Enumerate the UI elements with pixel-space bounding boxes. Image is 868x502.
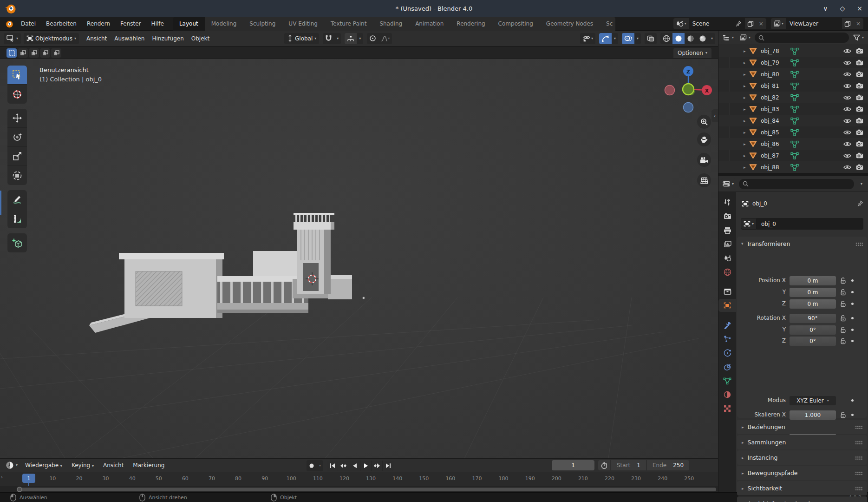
lock-open-icon[interactable] (839, 337, 847, 344)
outliner-filter-type-dropdown[interactable]: ▾ (738, 32, 752, 43)
scrollbar-handle[interactable] (17, 487, 22, 492)
menu-fenster[interactable]: Fenster (116, 19, 145, 29)
breadcrumb-object-name[interactable]: obj_0 (752, 200, 767, 207)
lock-open-icon[interactable] (839, 288, 847, 296)
expand-arrow-icon[interactable]: ▸ (744, 84, 749, 88)
snap-settings-dropdown[interactable]: ▾ (334, 33, 341, 44)
panel-grip-icon[interactable] (855, 456, 862, 460)
timeline-menu-markierung[interactable]: Markierung (129, 460, 168, 470)
animate-dot[interactable] (851, 317, 854, 319)
pin-icon[interactable] (857, 200, 863, 207)
next-keyframe-button[interactable] (372, 461, 383, 471)
animate-dot[interactable] (851, 329, 854, 331)
panel-grip-icon[interactable] (855, 486, 862, 490)
close-button[interactable]: × (857, 5, 862, 12)
viewport-3d[interactable]: Benutzeransicht (1) Collection | obj_0 Z… (0, 59, 718, 458)
overlays-toggle[interactable] (622, 33, 634, 44)
properties-search-input[interactable] (739, 179, 854, 189)
scene-unlink-button[interactable]: × (756, 20, 766, 27)
properties-tab-object[interactable] (718, 299, 736, 312)
snap-magnet-toggle[interactable] (323, 33, 334, 44)
disable-render-icon[interactable] (856, 141, 863, 147)
rotation-mode-dropdown[interactable]: XYZ Euler▾ (790, 396, 836, 405)
animate-dot[interactable] (851, 340, 854, 342)
tool-transform[interactable] (7, 166, 27, 185)
transform-value-field[interactable]: 0° (790, 325, 836, 335)
jump-to-end-button[interactable] (383, 461, 394, 471)
transform-panel-header[interactable]: ▾ Transformieren (737, 237, 867, 251)
transform-value-field[interactable]: 0 m (790, 276, 836, 285)
properties-tab-particles[interactable] (718, 332, 736, 345)
expand-arrow-icon[interactable]: ▸ (744, 60, 749, 65)
outliner-row-obj-78[interactable]: ▸ obj_78 (718, 45, 868, 57)
hide-eye-icon[interactable] (843, 83, 851, 89)
panel-grip-icon[interactable] (855, 471, 862, 475)
tool-scale[interactable] (7, 147, 27, 166)
hide-eye-icon[interactable] (843, 141, 851, 147)
frame-end-field[interactable]: Ende250 (647, 460, 689, 470)
navigation-gizmo[interactable]: Z X (656, 59, 716, 119)
timeline-menu-keying[interactable]: Keying ▾ (68, 460, 98, 470)
shading-wireframe-button[interactable] (660, 33, 672, 44)
tool-add-cube[interactable] (7, 233, 27, 252)
disable-render-icon[interactable] (856, 71, 863, 77)
object-name[interactable]: obj_85 (761, 129, 790, 136)
lock-open-icon[interactable] (839, 411, 847, 418)
properties-editor-type-dropdown[interactable]: ▾ (721, 178, 735, 190)
transform-value-field[interactable]: 1.000 (790, 410, 836, 420)
gizmos-toggle[interactable] (599, 33, 612, 44)
panel-instancing[interactable]: ▸ Instancing (737, 450, 867, 465)
panel-bewegungspfade[interactable]: ▸ Bewegungspfade (737, 466, 867, 480)
select-mode-set[interactable] (7, 48, 17, 58)
hide-eye-icon[interactable] (843, 72, 851, 77)
disable-render-icon[interactable] (856, 118, 863, 124)
auto-keying-toggle[interactable] (307, 460, 317, 471)
disable-render-icon[interactable] (856, 152, 863, 159)
workspace-tab-compositing[interactable]: Compositing (492, 17, 540, 31)
perspective-toggle-button[interactable] (697, 173, 711, 187)
outliner-display-mode-dropdown[interactable]: ▾ (721, 32, 735, 43)
object-name[interactable]: obj_86 (761, 141, 790, 147)
outliner-row-obj-82[interactable]: ▸ obj_82 (718, 92, 868, 103)
tool-select-box[interactable] (7, 66, 27, 85)
building-model[interactable] (89, 213, 352, 333)
tool-move[interactable] (7, 109, 27, 128)
disable-render-icon[interactable] (856, 94, 863, 100)
shading-material-button[interactable] (685, 33, 697, 44)
mode-selector[interactable]: Objektmodus▾ (24, 33, 79, 44)
outliner-row-obj-85[interactable]: ▸ obj_85 (718, 126, 868, 138)
properties-tab-modifiers[interactable] (718, 318, 736, 331)
workspace-tab-shading[interactable]: Shading (373, 17, 409, 31)
properties-tab-collection[interactable] (718, 285, 736, 298)
frame-start-field[interactable]: Start1 (611, 460, 646, 470)
animate-dot[interactable] (851, 303, 854, 305)
animate-dot[interactable] (851, 279, 854, 282)
object-name[interactable]: obj_83 (761, 106, 790, 112)
menu-rendern[interactable]: Rendern (83, 19, 114, 29)
hide-eye-icon[interactable] (843, 165, 851, 170)
gizmo-x-neg-axis[interactable] (665, 86, 675, 95)
hide-eye-icon[interactable] (843, 48, 851, 54)
previous-keyframe-button[interactable] (338, 461, 349, 471)
tool-measure[interactable] (7, 209, 27, 228)
viewport-menu-hinzuf-gen[interactable]: Hinzufügen (148, 33, 187, 44)
outliner-row-obj-79[interactable]: ▸ obj_79 (718, 57, 868, 68)
outliner-row-obj-84[interactable]: ▸ obj_84 (718, 115, 868, 126)
expand-arrow-icon[interactable]: ▸ (744, 49, 749, 53)
expand-arrow-icon[interactable]: ▸ (744, 95, 749, 100)
viewport-menu-ansicht[interactable]: Ansicht (83, 33, 111, 44)
show-hide-dropdown[interactable]: ▾ (580, 33, 595, 44)
timeline-scroll-track[interactable] (0, 486, 718, 493)
workspace-tab-texture-paint[interactable]: Texture Paint (324, 17, 373, 31)
gizmo-z-neg-axis[interactable] (684, 103, 693, 112)
workspace-tab-uv-editing[interactable]: UV Editing (282, 17, 324, 31)
viewlayer-name[interactable]: ViewLayer (790, 20, 839, 27)
outliner-row-obj-81[interactable]: ▸ obj_81 (718, 80, 868, 92)
outliner-filter-dropdown[interactable]: ▾ (852, 32, 865, 43)
tool-annotate[interactable] (7, 190, 27, 209)
object-name[interactable]: obj_81 (761, 83, 790, 89)
select-mode-intersect[interactable] (51, 48, 61, 58)
animate-dot[interactable] (851, 414, 854, 416)
workspace-tab-layout[interactable]: Layout (173, 17, 205, 31)
select-mode-subtract[interactable] (29, 48, 39, 58)
